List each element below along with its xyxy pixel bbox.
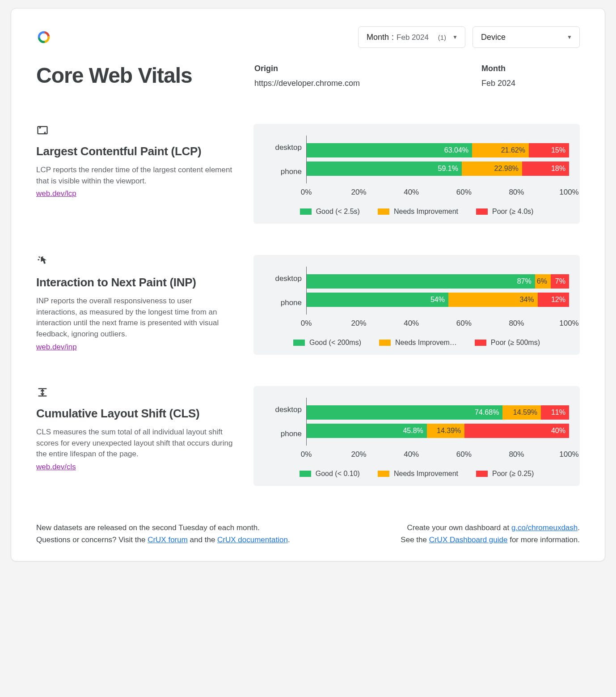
legend-swatch xyxy=(476,471,488,477)
month-selector[interactable]: Month: Feb 2024 (1) ▼ xyxy=(358,26,465,48)
vital-inp: Interaction to Next Paint (INP)INP repor… xyxy=(36,255,580,355)
legend-swatch xyxy=(378,208,389,215)
chromeuxdash-link[interactable]: g.co/chromeuxdash xyxy=(511,523,578,532)
segment-good: 45.8% xyxy=(307,424,427,438)
legend-swatch xyxy=(475,340,486,346)
segment-ni: 21.62% xyxy=(472,143,529,157)
x-tick: 100% xyxy=(559,450,578,459)
page-title: Core Web Vitals xyxy=(36,64,233,88)
footer-right-line1: Create your own dashboard at g.co/chrome… xyxy=(401,522,580,534)
y-label: desktop xyxy=(264,272,302,286)
device-selector[interactable]: Device ▼ xyxy=(473,26,580,48)
segment-good: 63.04% xyxy=(307,143,472,157)
vital-title: Largest Contentful Paint (LCP) xyxy=(36,144,233,158)
vital-title: Interaction to Next Paint (INP) xyxy=(36,276,233,289)
segment-poor: 7% xyxy=(551,274,569,289)
x-tick: 20% xyxy=(351,319,367,328)
x-tick: 20% xyxy=(351,188,367,197)
legend-item-good: Good (< 200ms) xyxy=(293,339,361,347)
legend-item-ni: Needs Improvement xyxy=(378,208,458,216)
x-tick: 20% xyxy=(351,450,367,459)
legend-label: Good (< 2.5s) xyxy=(316,208,360,216)
x-tick: 40% xyxy=(404,188,419,197)
vital-link[interactable]: web.dev/lcp xyxy=(36,189,76,198)
cls-icon xyxy=(36,386,233,401)
dashboard-card: Month: Feb 2024 (1) ▼ Device ▼ Core Web … xyxy=(11,8,605,561)
dashboard-guide-link[interactable]: CrUX Dashboard guide xyxy=(429,536,508,544)
chart-inp: desktopphone87%6%7%54%34%12%0%20%40%60%8… xyxy=(253,255,580,355)
topbar: Month: Feb 2024 (1) ▼ Device ▼ xyxy=(36,26,580,48)
x-tick: 60% xyxy=(456,319,472,328)
legend-label: Needs Improvement xyxy=(394,208,458,216)
bar-row: 45.8%14.39%40% xyxy=(307,424,569,438)
bar-row: 74.68%14.59%11% xyxy=(307,405,569,420)
chart-xaxis: 0%20%40%60%80%100% xyxy=(306,188,569,198)
segment-poor: 12% xyxy=(538,293,569,307)
origin-label: Origin xyxy=(254,64,460,73)
vitals-container: Largest Contentful Paint (LCP)LCP report… xyxy=(36,124,580,486)
legend-item-good: Good (< 2.5s) xyxy=(300,208,360,216)
month-label: Month xyxy=(481,64,580,73)
legend-swatch xyxy=(293,340,305,346)
header-row: Core Web Vitals Origin https://developer… xyxy=(36,64,580,88)
legend-label: Needs Improvem… xyxy=(395,339,457,347)
x-tick: 60% xyxy=(456,188,472,197)
legend-item-ni: Needs Improvement xyxy=(378,470,458,478)
x-tick: 0% xyxy=(301,319,312,328)
footer-left-line1: New datasets are released on the second … xyxy=(36,522,290,534)
segment-poor: 15% xyxy=(529,143,569,157)
legend-label: Good (< 0.10) xyxy=(316,470,360,478)
vital-desc: LCP reports the render time of the large… xyxy=(36,165,233,187)
bar-row: 59.1%22.98%18% xyxy=(307,162,569,176)
vital-desc: INP reports the overall responsiveness t… xyxy=(36,296,233,340)
crux-docs-link[interactable]: CrUX documentation xyxy=(217,536,288,544)
crux-forum-link[interactable]: CrUX forum xyxy=(148,536,188,544)
vital-link[interactable]: web.dev/cls xyxy=(36,463,76,471)
chart-cls: desktopphone74.68%14.59%11%45.8%14.39%40… xyxy=(253,386,580,486)
legend-label: Good (< 200ms) xyxy=(309,339,361,347)
y-label: phone xyxy=(264,164,302,178)
month-value: Feb 2024 xyxy=(481,79,580,88)
x-tick: 40% xyxy=(404,319,419,328)
svg-line-1 xyxy=(39,257,40,258)
segment-poor: 18% xyxy=(522,162,569,176)
footer: New datasets are released on the second … xyxy=(36,522,580,546)
month-selector-label: Month xyxy=(367,33,389,42)
chart-ylabels: desktopphone xyxy=(264,267,306,314)
segment-ni: 14.39% xyxy=(427,424,464,438)
vital-link[interactable]: web.dev/inp xyxy=(36,343,77,351)
x-tick: 100% xyxy=(559,188,578,197)
y-label: phone xyxy=(264,426,302,441)
vital-lcp: Largest Contentful Paint (LCP)LCP report… xyxy=(36,124,580,224)
legend-label: Needs Improvement xyxy=(394,470,458,478)
month-selector-value: Feb 2024 xyxy=(397,33,429,42)
legend-label: Poor (≥ 500ms) xyxy=(491,339,540,347)
origin-value: https://developer.chrome.com xyxy=(254,79,460,88)
chart-bars: 63.04%21.62%15%59.1%22.98%18% xyxy=(306,136,569,183)
origin-field: Origin https://developer.chrome.com xyxy=(254,64,460,88)
segment-ni: 6% xyxy=(535,274,551,289)
vital-description: Largest Contentful Paint (LCP)LCP report… xyxy=(36,124,233,224)
chart-ylabels: desktopphone xyxy=(264,136,306,183)
chart-legend: Good (< 2.5s)Needs ImprovementPoor (≥ 4.… xyxy=(264,208,569,216)
caret-down-icon: ▼ xyxy=(567,34,572,40)
segment-good: 59.1% xyxy=(307,162,462,176)
chart-bars: 87%6%7%54%34%12% xyxy=(306,267,569,314)
bar-row: 63.04%21.62%15% xyxy=(307,143,569,157)
legend-item-poor: Poor (≥ 4.0s) xyxy=(476,208,533,216)
vital-title: Cumulative Layout Shift (CLS) xyxy=(36,407,233,421)
segment-poor: 11% xyxy=(541,405,569,420)
x-tick: 0% xyxy=(301,450,312,459)
svg-line-2 xyxy=(42,257,43,258)
segment-good: 74.68% xyxy=(307,405,502,420)
y-label: desktop xyxy=(264,403,302,417)
footer-right-line2: See the CrUX Dashboard guide for more in… xyxy=(401,534,580,546)
month-field: Month Feb 2024 xyxy=(481,64,580,88)
x-tick: 80% xyxy=(509,450,524,459)
chart-xaxis: 0%20%40%60%80%100% xyxy=(306,450,569,460)
vital-desc: CLS measures the sum total of all indivi… xyxy=(36,427,233,460)
y-label: phone xyxy=(264,295,302,310)
segment-ni: 34% xyxy=(448,293,538,307)
legend-swatch xyxy=(476,208,488,215)
device-selector-label: Device xyxy=(481,33,506,42)
